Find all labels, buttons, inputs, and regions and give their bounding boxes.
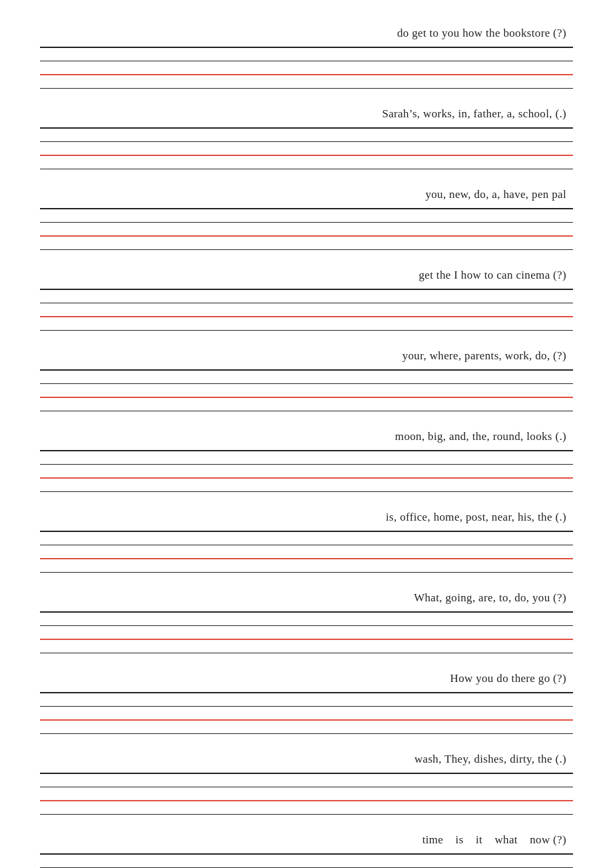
line (40, 853, 573, 855)
exercise-17-lines (40, 611, 573, 660)
exercise-12: you, new, do, a, have, pen pal (40, 188, 573, 257)
line-red (40, 155, 573, 156)
exercise-10-lines (40, 47, 573, 95)
line (40, 733, 573, 735)
exercise-17-prompt: What, going, are, to, do, you (?) (40, 591, 573, 605)
line (40, 169, 573, 170)
exercise-13: get the I how to can cinema (?) (40, 269, 573, 337)
exercise-16-lines (40, 531, 573, 579)
exercise-16: is, office, home, post, near, his, the (… (40, 511, 573, 579)
exercise-16-prompt: is, office, home, post, near, his, the (… (40, 511, 573, 524)
line (40, 572, 573, 573)
exercise-12-prompt: you, new, do, a, have, pen pal (40, 188, 573, 201)
line-red (40, 800, 573, 801)
page: do get to you how the bookstore (?) Sara… (0, 0, 613, 868)
line-red (40, 316, 573, 317)
exercise-14-lines (40, 369, 573, 418)
exercise-19-lines (40, 773, 573, 821)
line (40, 773, 573, 774)
exercise-11-prompt: Sarah’s, works, in, father, a, school, (… (40, 107, 573, 121)
exercise-15-prompt: moon, big, and, the, round, looks (.) (40, 430, 573, 443)
exercise-15-lines (40, 450, 573, 499)
exercise-11: Sarah’s, works, in, father, a, school, (… (40, 107, 573, 176)
line (40, 369, 573, 371)
exercise-12-lines (40, 208, 573, 257)
line (40, 330, 573, 331)
line (40, 692, 573, 693)
line (40, 411, 573, 412)
exercise-18-prompt: How you do there go (?) (40, 672, 573, 685)
line (40, 303, 573, 304)
exercise-20-prompt: time is it what now (?) (40, 833, 573, 847)
exercise-11-lines (40, 127, 573, 176)
exercise-15: moon, big, and, the, round, looks (.) (40, 430, 573, 499)
line-red (40, 235, 573, 237)
exercise-13-lines (40, 289, 573, 337)
line-red (40, 719, 573, 721)
line (40, 464, 573, 465)
line (40, 88, 573, 89)
line (40, 383, 573, 385)
line (40, 141, 573, 143)
exercise-20-lines (40, 853, 573, 868)
line-red (40, 397, 573, 398)
line (40, 249, 573, 251)
line (40, 625, 573, 627)
line (40, 208, 573, 209)
line (40, 653, 573, 654)
line (40, 814, 573, 815)
exercise-18: How you do there go (?) (40, 672, 573, 741)
line (40, 61, 573, 62)
exercise-17: What, going, are, to, do, you (?) (40, 591, 573, 660)
exercise-20: time is it what now (?) (40, 833, 573, 868)
line (40, 491, 573, 493)
line (40, 450, 573, 451)
exercise-19: wash, They, dishes, dirty, the (.) (40, 753, 573, 821)
line (40, 289, 573, 290)
exercise-14: your, where, parents, work, do, (?) (40, 349, 573, 418)
line (40, 47, 573, 48)
line-red (40, 639, 573, 640)
line (40, 545, 573, 546)
exercise-18-lines (40, 692, 573, 741)
line (40, 706, 573, 707)
line (40, 531, 573, 532)
line-red (40, 477, 573, 479)
line-red (40, 558, 573, 559)
exercise-13-prompt: get the I how to can cinema (?) (40, 269, 573, 282)
line (40, 127, 573, 129)
exercise-10-prompt: do get to you how the bookstore (?) (40, 27, 573, 40)
line (40, 787, 573, 788)
line (40, 611, 573, 613)
line-red (40, 74, 573, 75)
exercise-19-prompt: wash, They, dishes, dirty, the (.) (40, 753, 573, 766)
exercise-14-prompt: your, where, parents, work, do, (?) (40, 349, 573, 363)
line (40, 222, 573, 223)
exercise-10: do get to you how the bookstore (?) (40, 27, 573, 95)
